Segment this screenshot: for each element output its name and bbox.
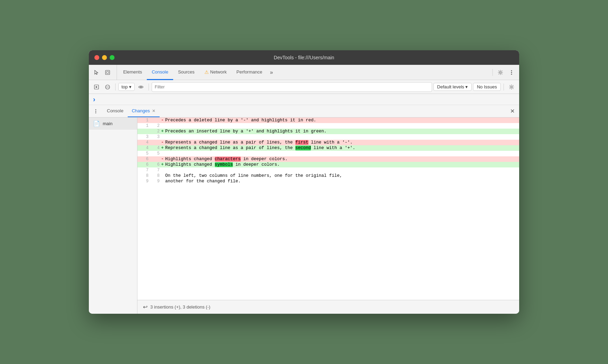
old-line-num: 4 bbox=[137, 140, 149, 145]
diff-sign: + bbox=[160, 145, 165, 151]
diff-sign: + bbox=[160, 162, 165, 167]
diff-line-content: On the left, two columns of line numbers… bbox=[165, 173, 519, 179]
diff-sign: - bbox=[160, 156, 165, 162]
panel-tabs-more-icon[interactable] bbox=[92, 107, 100, 115]
new-line-num bbox=[149, 156, 160, 162]
new-line-num: 2 bbox=[149, 123, 160, 129]
warning-icon: ⚠ bbox=[204, 69, 209, 75]
filter-input[interactable] bbox=[152, 82, 432, 92]
diff-sign: - bbox=[160, 118, 165, 123]
diff-line-content: Highlights changed symbols in deeper col… bbox=[165, 162, 519, 167]
no-issues-button[interactable]: No Issues bbox=[473, 83, 501, 91]
devtools-window: DevTools - file:///Users/main Elements C… bbox=[89, 50, 519, 314]
inspect-element-icon[interactable] bbox=[103, 68, 112, 77]
tab-sources[interactable]: Sources bbox=[173, 65, 200, 80]
svg-point-3 bbox=[511, 70, 512, 71]
old-line-num: 4 bbox=[137, 145, 149, 151]
old-line-num: 1 bbox=[137, 118, 149, 123]
eye-icon[interactable] bbox=[136, 82, 146, 92]
diff-sign bbox=[160, 134, 165, 140]
cursor-tool-icon[interactable] bbox=[92, 68, 101, 77]
top-context-dropdown[interactable]: top ▾ bbox=[118, 83, 135, 91]
old-line-num: 1 bbox=[137, 123, 149, 129]
new-line-num bbox=[149, 140, 160, 145]
new-line-num: 4 bbox=[149, 145, 160, 151]
diff-line-content bbox=[165, 151, 519, 156]
tab-console[interactable]: Console bbox=[147, 65, 173, 80]
diff-sign: - bbox=[160, 140, 165, 145]
main-area: 📄 main 1-Precedes a deleted line by a '-… bbox=[89, 118, 519, 314]
diff-sign bbox=[160, 179, 165, 184]
new-line-num: 3 bbox=[149, 134, 160, 140]
close-panel-button[interactable]: ✕ bbox=[508, 107, 516, 115]
new-line-num: 6 bbox=[149, 162, 160, 167]
more-tabs-button[interactable]: » bbox=[267, 65, 276, 80]
console-prompt-bar: › bbox=[89, 94, 519, 105]
toolbar-separator-3 bbox=[504, 84, 504, 90]
console-settings-icon[interactable] bbox=[507, 82, 516, 92]
tab-bar-icons bbox=[92, 65, 117, 80]
svg-point-14 bbox=[95, 112, 96, 113]
minimize-button[interactable] bbox=[102, 55, 107, 60]
diff-stats: 3 insertions (+), 3 deletions (-) bbox=[150, 304, 210, 310]
diff-line-content: Precedes an inserted line by a '+' and h… bbox=[165, 129, 519, 134]
tab-performance[interactable]: Performance bbox=[231, 65, 267, 80]
settings-icon[interactable] bbox=[496, 68, 505, 77]
svg-rect-1 bbox=[107, 71, 109, 73]
close-button[interactable] bbox=[94, 55, 99, 60]
run-script-icon[interactable] bbox=[92, 82, 101, 92]
svg-rect-0 bbox=[105, 70, 110, 75]
tab-bar: Elements Console Sources ⚠ Network Perfo… bbox=[89, 65, 519, 80]
panel-tab-changes[interactable]: Changes ✕ bbox=[128, 105, 160, 117]
svg-marker-7 bbox=[96, 86, 98, 88]
side-panel-item-main[interactable]: 📄 main bbox=[89, 118, 137, 130]
diff-line-content: Highlights changed characters in deeper … bbox=[165, 156, 519, 162]
diff-view[interactable]: 1-Precedes a deleted line by a '-' and h… bbox=[137, 118, 519, 300]
diff-line-content bbox=[165, 134, 519, 140]
more-options-icon[interactable] bbox=[507, 68, 516, 77]
new-line-num: 2 bbox=[149, 129, 160, 134]
diff-sign: + bbox=[160, 129, 165, 134]
side-panel: 📄 main bbox=[89, 118, 137, 314]
tab-network[interactable]: ⚠ Network bbox=[200, 65, 232, 80]
panel-tabs-bar: Console Changes ✕ ✕ bbox=[89, 105, 519, 118]
svg-point-5 bbox=[511, 73, 512, 75]
title-bar: DevTools - file:///Users/main bbox=[89, 50, 519, 65]
old-line-num: 8 bbox=[137, 173, 149, 179]
new-line-num: 8 bbox=[149, 173, 160, 179]
diff-sign bbox=[160, 167, 165, 173]
toolbar-separator-1 bbox=[115, 84, 116, 90]
new-line-num: 9 bbox=[149, 179, 160, 184]
diff-line-content bbox=[165, 123, 519, 129]
diff-footer: ↩ 3 insertions (+), 3 deletions (-) bbox=[137, 300, 519, 314]
diff-sign bbox=[160, 123, 165, 129]
diff-sign bbox=[160, 173, 165, 179]
diff-line-content: Represents a changed line as a pair of l… bbox=[165, 145, 519, 151]
maximize-button[interactable] bbox=[110, 55, 115, 60]
diff-panel: 1-Precedes a deleted line by a '-' and h… bbox=[137, 118, 519, 314]
close-changes-tab-button[interactable]: ✕ bbox=[152, 109, 155, 113]
svg-point-12 bbox=[95, 109, 96, 110]
tab-bar-right bbox=[491, 65, 516, 80]
svg-point-10 bbox=[140, 86, 142, 88]
svg-point-11 bbox=[511, 86, 513, 88]
old-line-num: 5 bbox=[137, 151, 149, 156]
tab-elements[interactable]: Elements bbox=[118, 65, 147, 80]
new-line-num: 5 bbox=[149, 151, 160, 156]
svg-point-4 bbox=[511, 72, 512, 73]
old-line-num: 6 bbox=[137, 162, 149, 167]
default-levels-dropdown[interactable]: Default levels ▾ bbox=[433, 83, 472, 91]
old-line-num: 6 bbox=[137, 156, 149, 162]
diff-sign bbox=[160, 151, 165, 156]
window-title: DevTools - file:///Users/main bbox=[274, 55, 334, 60]
old-line-num: 9 bbox=[137, 179, 149, 184]
undo-icon[interactable]: ↩ bbox=[143, 304, 147, 310]
clear-console-icon[interactable] bbox=[103, 82, 112, 92]
panel-tab-console[interactable]: Console bbox=[103, 105, 128, 117]
traffic-lights bbox=[94, 55, 115, 60]
svg-point-2 bbox=[500, 71, 501, 73]
diff-line-content: another for the changed file. bbox=[165, 179, 519, 184]
diff-table: 1-Precedes a deleted line by a '-' and h… bbox=[137, 118, 519, 184]
old-line-num: 7 bbox=[137, 167, 149, 173]
console-arrow-icon: › bbox=[93, 95, 95, 103]
